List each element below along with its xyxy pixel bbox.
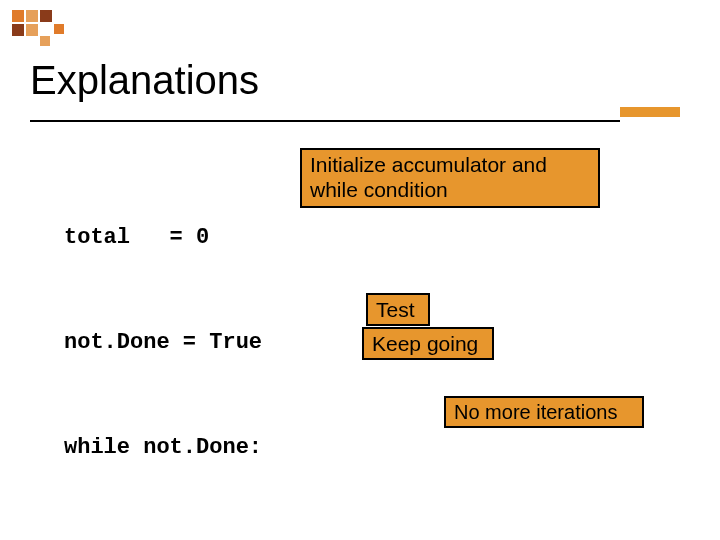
code-line: total = 0 (64, 220, 680, 255)
callout-test: Test (366, 293, 430, 326)
logo-icon (12, 10, 68, 46)
callout-no-more: No more iterations (444, 396, 644, 428)
code-line: while not.Done: (64, 430, 680, 465)
title-rule-accent (620, 107, 680, 117)
callout-initialize: Initialize accumulator and while conditi… (300, 148, 600, 208)
slide-title: Explanations (30, 58, 259, 103)
callout-keep-going: Keep going (362, 327, 494, 360)
title-rule (30, 120, 620, 122)
code-line: item = float(input("Enter amount: ")) (64, 535, 680, 540)
slide: Explanations total = 0 not.Done = True w… (0, 0, 720, 540)
